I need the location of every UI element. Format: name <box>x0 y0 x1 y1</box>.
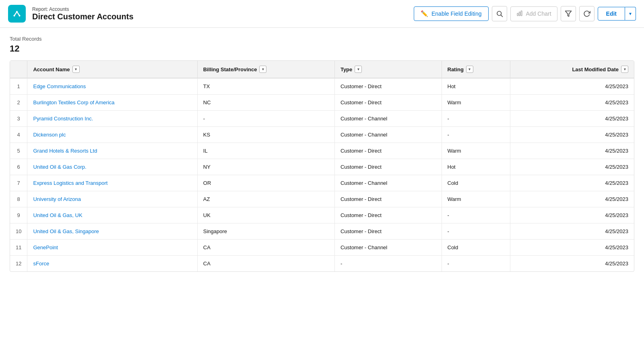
row-last-modified: 4/25/2023 <box>510 191 634 207</box>
pencil-icon: ✏️ <box>421 10 428 17</box>
header-actions: ✏️ Enable Field Editing Add Chart <box>414 6 636 21</box>
edit-chevron-button[interactable]: ▾ <box>625 7 636 21</box>
row-type: Customer - Direct <box>334 159 442 175</box>
account-name-link[interactable]: Edge Communications <box>33 83 86 89</box>
row-number: 7 <box>10 175 27 191</box>
account-name-link[interactable]: Express Logistics and Transport <box>33 180 107 186</box>
sort-last-modified-button[interactable]: ▾ <box>621 66 628 73</box>
row-type: Customer - Channel <box>334 175 442 191</box>
sort-account-name-button[interactable]: ▾ <box>72 66 80 73</box>
row-rating: Cold <box>442 175 510 191</box>
col-last-modified: Last Modified Date ▾ <box>510 61 634 78</box>
sort-billing-state-button[interactable]: ▾ <box>259 66 266 73</box>
accounts-table-wrap: Account Name ▾ Billing State/Province ▾ … <box>10 60 634 272</box>
table-row: 12sForceCA--4/25/2023 <box>10 256 634 272</box>
total-records-value: 12 <box>10 43 634 54</box>
chevron-down-icon: ▾ <box>629 11 632 17</box>
row-rating: Cold <box>442 240 510 256</box>
account-name-link[interactable]: University of Arizona <box>33 196 81 202</box>
svg-rect-6 <box>517 13 518 16</box>
filter-button[interactable] <box>561 6 576 21</box>
add-chart-button[interactable]: Add Chart <box>510 6 557 21</box>
col-rating-label: Rating <box>448 66 464 72</box>
search-button[interactable] <box>492 6 507 21</box>
row-billing-state: KS <box>197 127 334 143</box>
enable-field-editing-label: Enable Field Editing <box>431 10 482 17</box>
svg-rect-7 <box>519 12 520 15</box>
account-name-link[interactable]: Pyramid Construction Inc. <box>33 116 93 122</box>
row-type: Customer - Direct <box>334 191 442 207</box>
row-type: Customer - Channel <box>334 127 442 143</box>
row-last-modified: 4/25/2023 <box>510 240 634 256</box>
row-number: 11 <box>10 240 27 256</box>
row-account-name: GenePoint <box>27 240 197 256</box>
table-row: 10United Oil & Gas, SingaporeSingaporeCu… <box>10 223 634 240</box>
row-type: Customer - Direct <box>334 78 442 95</box>
row-number: 9 <box>10 207 27 223</box>
col-billing-state-label: Billing State/Province <box>203 66 257 72</box>
row-type: Customer - Direct <box>334 207 442 223</box>
col-row-num <box>10 61 27 78</box>
row-account-name: Express Logistics and Transport <box>27 175 197 191</box>
svg-line-5 <box>501 15 502 17</box>
table-row: 1Edge CommunicationsTXCustomer - DirectH… <box>10 78 634 95</box>
total-records-label: Total Records <box>10 36 634 42</box>
col-account-name: Account Name ▾ <box>27 61 197 78</box>
table-row: 4Dickenson plcKSCustomer - Channel-4/25/… <box>10 127 634 143</box>
row-number: 4 <box>10 127 27 143</box>
edit-group: Edit ▾ <box>598 7 636 21</box>
svg-rect-8 <box>521 11 522 16</box>
row-number: 6 <box>10 159 27 175</box>
row-number: 1 <box>10 78 27 95</box>
row-account-name: Burlington Textiles Corp of America <box>27 95 197 111</box>
row-billing-state: UK <box>197 207 334 223</box>
row-account-name: University of Arizona <box>27 191 197 207</box>
account-name-link[interactable]: Dickenson plc <box>33 132 66 138</box>
row-account-name: United Oil & Gas Corp. <box>27 159 197 175</box>
main-content: Total Records 12 Account Name ▾ Billing … <box>0 28 644 280</box>
row-last-modified: 4/25/2023 <box>510 143 634 159</box>
row-billing-state: AZ <box>197 191 334 207</box>
table-row: 6United Oil & Gas Corp.NYCustomer - Dire… <box>10 159 634 175</box>
row-rating: Hot <box>442 78 510 95</box>
account-name-link[interactable]: sForce <box>33 261 49 267</box>
svg-point-2 <box>13 15 15 17</box>
edit-button[interactable]: Edit <box>598 7 625 21</box>
col-type-label: Type <box>341 66 352 72</box>
row-rating: - <box>442 256 510 272</box>
row-billing-state: NY <box>197 159 334 175</box>
row-rating: - <box>442 223 510 240</box>
row-rating: Warm <box>442 143 510 159</box>
col-billing-state: Billing State/Province ▾ <box>197 61 334 78</box>
page-header: Report: Accounts Direct Customer Account… <box>0 0 644 28</box>
account-name-link[interactable]: United Oil & Gas, UK <box>33 212 82 218</box>
table-row: 5Grand Hotels & Resorts LtdILCustomer - … <box>10 143 634 159</box>
account-name-link[interactable]: Burlington Textiles Corp of America <box>33 99 114 105</box>
account-name-link[interactable]: United Oil & Gas, Singapore <box>33 228 99 234</box>
row-number: 2 <box>10 95 27 111</box>
row-number: 12 <box>10 256 27 272</box>
row-rating: Hot <box>442 159 510 175</box>
row-type: - <box>334 256 442 272</box>
table-row: 9United Oil & Gas, UKUKCustomer - Direct… <box>10 207 634 223</box>
refresh-button[interactable] <box>579 6 594 21</box>
row-account-name: United Oil & Gas, Singapore <box>27 223 197 240</box>
sort-type-button[interactable]: ▾ <box>355 66 362 73</box>
add-chart-label: Add Chart <box>526 10 551 17</box>
row-number: 3 <box>10 111 27 127</box>
enable-field-editing-button[interactable]: ✏️ Enable Field Editing <box>414 6 489 21</box>
col-rating: Rating ▾ <box>442 61 510 78</box>
row-billing-state: - <box>197 111 334 127</box>
account-name-link[interactable]: United Oil & Gas Corp. <box>33 164 86 170</box>
row-number: 8 <box>10 191 27 207</box>
account-name-link[interactable]: Grand Hotels & Resorts Ltd <box>33 148 97 154</box>
table-row: 8University of ArizonaAZCustomer - Direc… <box>10 191 634 207</box>
row-account-name: Dickenson plc <box>27 127 197 143</box>
row-type: Customer - Channel <box>334 111 442 127</box>
accounts-table: Account Name ▾ Billing State/Province ▾ … <box>10 61 634 271</box>
account-name-link[interactable]: GenePoint <box>33 244 58 250</box>
table-row: 11GenePointCACustomer - ChannelCold4/25/… <box>10 240 634 256</box>
sort-rating-button[interactable]: ▾ <box>466 66 473 73</box>
row-last-modified: 4/25/2023 <box>510 207 634 223</box>
row-billing-state: CA <box>197 256 334 272</box>
